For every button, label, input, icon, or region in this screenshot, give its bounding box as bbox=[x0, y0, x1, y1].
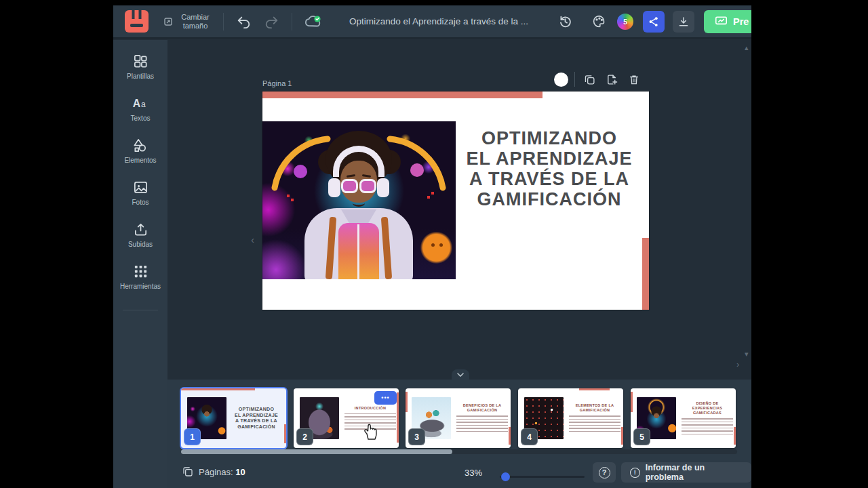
page-number-badge: 5 bbox=[633, 428, 650, 445]
page-color-swatch[interactable] bbox=[554, 73, 568, 87]
page-thumbnail-1[interactable]: OPTIMIZANDO EL APRENDIZAJE A TRAVÉS DE L… bbox=[181, 388, 286, 448]
thumb-accent bbox=[181, 388, 255, 390]
sidebar-item-label: Fotos bbox=[132, 199, 149, 206]
sidebar-item-label: Plantillas bbox=[127, 73, 154, 80]
share-icon bbox=[648, 16, 660, 28]
elements-icon bbox=[132, 138, 149, 153]
thumb-body-text bbox=[344, 413, 396, 431]
history-icon bbox=[558, 14, 572, 28]
sidebar-item-plantillas[interactable]: Plantillas bbox=[116, 54, 165, 80]
undo-button[interactable] bbox=[233, 10, 256, 33]
svg-text:a: a bbox=[141, 100, 146, 109]
add-page-button[interactable] bbox=[604, 71, 620, 87]
thumb-accent bbox=[621, 427, 623, 445]
actions-divider bbox=[574, 72, 575, 87]
zoom-slider[interactable] bbox=[500, 476, 585, 478]
redo-button[interactable] bbox=[260, 10, 283, 33]
pages-panel: OPTIMIZANDO EL APRENDIZAJE A TRAVÉS DE L… bbox=[167, 380, 751, 488]
uploads-icon bbox=[133, 222, 149, 237]
collapse-panel-button[interactable] bbox=[452, 369, 469, 380]
thumb-title-line: A TRAVÉS DE LA bbox=[232, 418, 281, 424]
sidebar-item-fotos[interactable]: Fotos bbox=[116, 180, 165, 206]
sidebar-item-herramientas[interactable]: Herramientas bbox=[116, 264, 165, 290]
photos-icon bbox=[133, 180, 149, 195]
theme-palette-button[interactable] bbox=[587, 10, 610, 33]
title-line: EL APRENDIZAJE bbox=[461, 148, 637, 169]
share-button[interactable] bbox=[643, 11, 665, 33]
duplicate-page-button[interactable] bbox=[581, 71, 597, 87]
editor-window: Cambiar tamaño Optimizando el Aprendizaj… bbox=[113, 5, 751, 488]
thumb-body-text bbox=[456, 415, 508, 433]
character-smile bbox=[353, 200, 365, 207]
thumbnails-scrollbar-thumb[interactable] bbox=[181, 449, 452, 454]
slide-page-1[interactable]: OPTIMIZANDO EL APRENDIZAJE A TRAVÉS DE L… bbox=[262, 92, 649, 310]
title-line: GAMIFICACIÓN bbox=[461, 189, 637, 209]
thumbnails-scrollbar-track[interactable] bbox=[181, 449, 737, 454]
redo-icon bbox=[264, 14, 279, 29]
scroll-right-arrow[interactable]: › bbox=[736, 361, 739, 368]
thumb-heading: DISEÑO DE EXPERIENCIAS GAMIFICADAS bbox=[682, 401, 733, 415]
report-problem-button[interactable]: ! Informar de un problema bbox=[621, 462, 751, 483]
thumb-body-text bbox=[682, 418, 733, 436]
help-icon: ? bbox=[599, 467, 610, 479]
present-button[interactable]: Pre bbox=[704, 10, 751, 33]
color-count: 5 bbox=[623, 18, 627, 26]
trash-icon bbox=[629, 74, 639, 85]
resize-icon bbox=[164, 18, 172, 26]
title-line: OPTIMIZANDO bbox=[461, 128, 637, 148]
report-warning-icon: ! bbox=[630, 468, 640, 478]
sidebar-item-subidas[interactable]: Subidas bbox=[116, 222, 165, 248]
svg-text:A: A bbox=[133, 98, 140, 109]
page-thumbnail-2[interactable]: INTRODUCCIÓN ••• 2 bbox=[294, 388, 399, 448]
document-title[interactable]: Optimizando el Aprendizaje a través de l… bbox=[324, 16, 553, 26]
thumb-title-line: OPTIMIZANDO bbox=[232, 407, 281, 413]
scroll-up-arrow[interactable]: ▴ bbox=[745, 44, 749, 51]
duplicate-icon bbox=[584, 74, 595, 85]
thumb-accent bbox=[631, 392, 633, 412]
thumbnail-menu-button[interactable]: ••• bbox=[374, 391, 397, 405]
resize-button[interactable]: Cambiar tamaño bbox=[164, 13, 214, 30]
pink-glasses bbox=[341, 179, 376, 193]
pages-icon bbox=[182, 466, 193, 477]
page-number-badge: 1 bbox=[184, 428, 201, 445]
toolbar-divider bbox=[292, 13, 292, 30]
page-number-badge: 2 bbox=[296, 428, 313, 445]
cloud-saved-indicator bbox=[301, 10, 324, 33]
thumb-accent bbox=[284, 424, 286, 443]
sidebar-divider bbox=[123, 310, 158, 310]
left-sidebar: Plantillas A a Textos Elementos Fotos bbox=[113, 40, 167, 488]
history-button[interactable] bbox=[553, 10, 576, 33]
page-thumbnail-4[interactable]: ELEMENTOS DE LA GAMIFICACIÓN 4 bbox=[518, 388, 623, 448]
tools-icon bbox=[133, 264, 149, 279]
delete-page-button[interactable] bbox=[626, 71, 642, 87]
scroll-left-arrow[interactable]: ‹ bbox=[251, 237, 254, 243]
cloud-sync-icon bbox=[304, 14, 321, 29]
download-button[interactable] bbox=[673, 11, 694, 33]
slide-title[interactable]: OPTIMIZANDO EL APRENDIZAJE A TRAVÉS DE L… bbox=[461, 128, 637, 209]
report-label: Informar de un problema bbox=[646, 463, 743, 482]
scroll-down-arrow[interactable]: ▾ bbox=[745, 350, 749, 357]
slide-right-accent-bar bbox=[642, 238, 649, 310]
text-icon: A a bbox=[132, 96, 149, 111]
sidebar-item-textos[interactable]: A a Textos bbox=[116, 96, 165, 122]
sidebar-item-label: Textos bbox=[131, 115, 151, 122]
zoom-slider-handle[interactable] bbox=[501, 472, 510, 481]
page-thumbnail-3[interactable]: BENEFICIOS DE LA GAMIFICACIÓN 3 bbox=[406, 388, 511, 448]
present-icon bbox=[715, 16, 728, 27]
present-label: Pre bbox=[733, 16, 749, 27]
brand-colors-indicator[interactable]: 5 bbox=[617, 14, 633, 30]
undo-icon bbox=[237, 14, 252, 29]
help-button[interactable]: ? bbox=[593, 462, 616, 483]
zoom-percentage: 33% bbox=[465, 468, 482, 478]
thumb-accent bbox=[397, 392, 399, 443]
download-icon bbox=[677, 16, 690, 28]
page-thumbnail-5[interactable]: DISEÑO DE EXPERIENCIAS GAMIFICADAS 5 bbox=[631, 388, 736, 448]
sidebar-item-elementos[interactable]: Elementos bbox=[116, 138, 165, 164]
slide-cover-illustration[interactable] bbox=[262, 121, 456, 279]
page-label: Página 1 bbox=[262, 79, 292, 87]
templates-icon bbox=[133, 54, 149, 69]
wepik-logo-icon[interactable] bbox=[124, 9, 149, 33]
headphone-cup bbox=[377, 178, 389, 197]
add-page-icon bbox=[606, 74, 618, 85]
thumb-heading: ELEMENTOS DE LA GAMIFICACIÓN bbox=[569, 403, 620, 413]
